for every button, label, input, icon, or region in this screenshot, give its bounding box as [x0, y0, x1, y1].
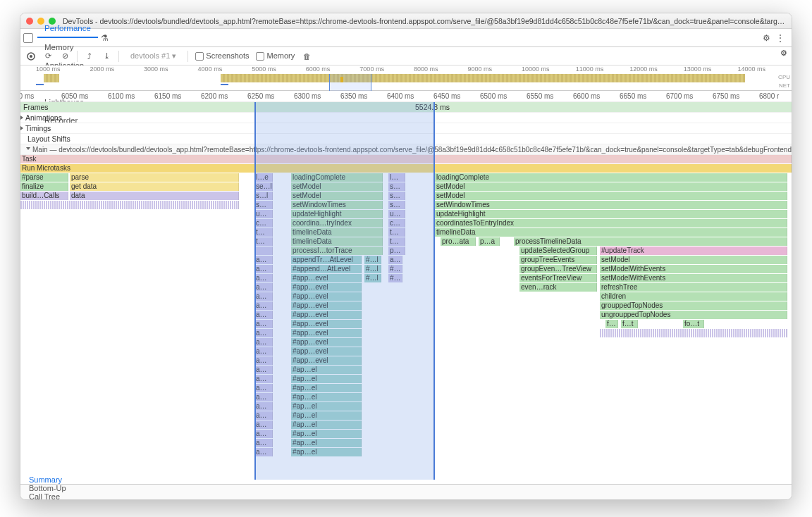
flame-bar[interactable]: f…t — [621, 320, 638, 328]
flame-bar[interactable]: #app…evel — [291, 320, 362, 328]
flame-bar[interactable]: ungrouppedTopNodes — [600, 311, 787, 319]
flame-bar[interactable]: s… — [388, 192, 405, 200]
flame-bar[interactable]: a… — [254, 402, 273, 411]
flame-bar[interactable]: #… — [388, 265, 402, 273]
flame-bar[interactable]: a… — [254, 384, 273, 392]
flame-bar[interactable]: a… — [254, 329, 273, 337]
flame-bar[interactable]: #…l — [364, 256, 381, 264]
flame-bar[interactable]: #ap…el — [291, 366, 362, 374]
flame-bar[interactable]: a… — [254, 356, 273, 365]
flame-bar[interactable]: #app…evel — [291, 274, 362, 282]
flame-bar[interactable]: a… — [254, 375, 273, 383]
flame-bar[interactable]: eventsForTreeView — [519, 274, 597, 282]
microtasks-bar[interactable]: Run Microtasks — [20, 164, 792, 173]
flame-bar[interactable]: setModel — [600, 256, 787, 264]
flame-bar[interactable]: a… — [254, 366, 273, 374]
flame-bar[interactable]: updateSelectedGroup — [519, 247, 597, 255]
flame-bar[interactable]: a… — [254, 338, 273, 347]
layout-shifts-track[interactable]: Layout Shifts — [20, 134, 792, 144]
tab-network[interactable]: Network — [37, 13, 98, 20]
flame-bar[interactable]: #parse — [20, 173, 68, 182]
flame-bar[interactable]: setModel — [435, 192, 787, 200]
flame-bar[interactable]: a… — [254, 320, 273, 328]
flame-bar[interactable]: c… — [388, 219, 405, 228]
flame-bar[interactable]: timelineData — [291, 237, 383, 246]
flame-bar[interactable]: #app…evel — [291, 301, 362, 310]
frames-track[interactable]: Frames 5524.8 ms — [20, 102, 792, 113]
clear-icon[interactable]: ⊘ — [60, 51, 70, 61]
flame-bar[interactable]: a… — [254, 256, 273, 264]
flame-bar[interactable]: a… — [254, 311, 273, 319]
flame-bar[interactable]: #…l — [364, 265, 381, 273]
flame-bar[interactable]: a… — [254, 347, 273, 356]
flame-bar[interactable]: setModel — [291, 192, 383, 200]
flame-bar[interactable]: p…a — [479, 237, 500, 246]
flame-bar[interactable]: data — [70, 192, 239, 200]
flame-bar[interactable]: #ap…el — [291, 421, 362, 429]
flame-bar[interactable]: setModelWithEvents — [600, 265, 787, 273]
record-icon[interactable] — [26, 51, 36, 61]
flame-bar[interactable]: a… — [254, 421, 273, 429]
flame-bar[interactable]: s… — [388, 201, 405, 209]
bottom-tab-bottom-up[interactable]: Bottom-Up — [20, 484, 75, 492]
flame-bar[interactable]: fo…t — [683, 320, 704, 328]
context-dropdown[interactable]: devtools #1 ▾ — [126, 50, 180, 62]
flame-bar[interactable]: a… — [254, 283, 273, 292]
flame-bar[interactable]: build…Calls — [20, 192, 68, 200]
more-icon[interactable]: ⋮ — [776, 33, 785, 43]
flame-bar[interactable]: t… — [388, 228, 405, 237]
flame-bar[interactable]: groupTreeEvents — [519, 256, 597, 264]
flame-bar[interactable]: #…l — [364, 274, 381, 282]
flame-bar[interactable]: #app…evel — [291, 338, 362, 347]
flame-bar[interactable]: coordinatesToEntryIndex — [435, 219, 787, 228]
bottom-tab-summary[interactable]: Summary — [20, 475, 75, 484]
flame-bar[interactable]: a… — [254, 265, 273, 273]
flame-bar[interactable]: a… — [388, 256, 402, 264]
flame-bar[interactable]: #app…evel — [291, 347, 362, 356]
tab-performance[interactable]: Performance — [37, 20, 98, 38]
flame-bar[interactable]: pro…ata — [441, 237, 476, 246]
animations-track[interactable]: Animations — [20, 113, 792, 123]
timings-track[interactable]: Timings — [20, 123, 792, 134]
flame-bar[interactable]: setWindowTimes — [291, 201, 383, 209]
flame-bar[interactable] — [254, 247, 273, 255]
flame-bar[interactable]: parse — [70, 173, 239, 182]
task-bar[interactable]: Task — [20, 155, 792, 163]
flame-bar[interactable]: t… — [254, 237, 273, 246]
flame-bar[interactable]: #app…evel — [291, 292, 362, 301]
flame-bar[interactable]: even…rack — [519, 283, 597, 292]
flame-bar[interactable]: l…e — [254, 173, 273, 182]
flame-bar[interactable]: refreshTree — [600, 283, 787, 292]
flame-bar[interactable]: a… — [254, 301, 273, 310]
inspect-icon[interactable] — [23, 33, 33, 43]
flame-bar[interactable]: updateHighlight — [291, 210, 383, 218]
flame-bar[interactable]: c… — [254, 219, 273, 228]
flame-bar[interactable]: u… — [254, 210, 273, 218]
flame-bar[interactable]: u… — [388, 210, 405, 218]
flame-bar[interactable]: loadingComplete — [435, 173, 787, 182]
flame-bar[interactable]: t… — [254, 228, 273, 237]
flame-bar[interactable]: loadingComplete — [291, 173, 383, 182]
flame-bar[interactable]: setWindowTimes — [435, 201, 787, 209]
flame-bar[interactable]: #ap…el — [291, 448, 362, 456]
flame-bar[interactable]: get data — [70, 182, 239, 191]
flame-bar[interactable]: s… — [388, 182, 405, 191]
screenshots-checkbox[interactable]: Screenshots — [195, 51, 249, 61]
flame-bar[interactable]: a… — [254, 292, 273, 301]
upload-icon[interactable]: ⤴ — [85, 51, 94, 61]
flame-bar[interactable]: setModelWithEvents — [600, 274, 787, 282]
flame-bar[interactable]: finalize — [20, 182, 68, 191]
flame-bar[interactable]: processTimelineData — [514, 237, 787, 246]
overview-minimap[interactable]: 1000 ms2000 ms3000 ms4000 ms5000 ms6000 … — [20, 66, 792, 91]
flame-bar[interactable]: children — [600, 292, 787, 301]
flame-bar[interactable]: groupEven…TreeView — [519, 265, 597, 273]
panel-settings-icon[interactable]: ⚙ — [780, 49, 787, 58]
flame-bar[interactable]: #updateTrack — [600, 247, 787, 255]
flame-bar[interactable] — [20, 201, 239, 209]
settings-icon[interactable]: ⚙ — [763, 33, 770, 43]
flame-bar[interactable]: #… — [388, 274, 402, 282]
flame-bar[interactable]: grouppedTopNodes — [600, 301, 787, 310]
flame-bar[interactable]: #ap…el — [291, 430, 362, 438]
flame-bar[interactable]: timelineData — [291, 228, 383, 237]
flame-bar[interactable]: #ap…el — [291, 411, 362, 420]
